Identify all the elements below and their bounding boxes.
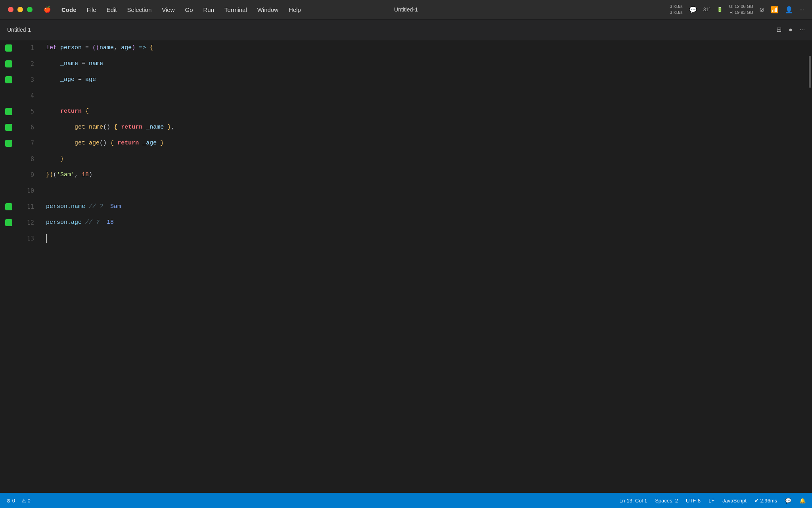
window-title: Untitled-1 [394,6,418,13]
breakpoint-1[interactable] [5,44,12,52]
line-num-3: 3 [17,72,38,88]
more-options-icon[interactable]: ··· [800,26,805,33]
gutter-row-9[interactable] [0,167,17,183]
line-endings[interactable]: LF [709,498,714,504]
statusbar: ⊗ 0 ⚠ 0 Ln 13, Col 1 Spaces: 2 UTF-8 LF … [0,493,812,508]
gutter-row-2[interactable] [0,56,17,72]
gutter-row-5[interactable] [0,104,17,119]
line-num-2: 2 [17,56,38,72]
code-line-10[interactable] [46,183,799,199]
wifi-icon[interactable]: 📶 [771,6,779,13]
statusbar-left: ⊗ 0 ⚠ 0 [6,498,31,504]
breakpoint-2[interactable] [5,60,12,67]
breakpoint-gutter [0,40,17,493]
disk-used: U: 12.06 GB [729,4,753,10]
line-num-13: 13 [17,231,38,246]
do-not-disturb-icon[interactable]: ⊘ [759,6,764,13]
menu-selection[interactable]: Selection [127,6,152,13]
menu-go[interactable]: Go [185,6,193,13]
gutter-row-4[interactable] [0,88,17,104]
breakpoint-6[interactable] [5,124,12,131]
feedback-icon[interactable]: 💬 [785,498,791,504]
line-num-6: 6 [17,119,38,135]
menu-run[interactable]: Run [203,6,214,13]
language-mode[interactable]: JavaScript [722,498,747,504]
disk-free: F: 19.93 GB [730,10,753,15]
user-icon[interactable]: 👤 [785,6,793,13]
code-line-9[interactable]: }) ( 'Sam' , 18 ) [46,167,799,183]
network-info: 3 KB/s 3 KB/s [670,4,682,16]
gutter-row-10[interactable] [0,183,17,199]
error-number: 0 [12,498,15,504]
code-line-4[interactable] [46,88,799,104]
code-editor[interactable]: let person = (( name , age ) => { _name … [38,40,806,493]
code-line-2[interactable]: _name = name [46,56,799,72]
breakpoint-11[interactable] [5,203,12,210]
scrollbar-thumb[interactable] [809,56,811,88]
error-count[interactable]: ⊗ 0 [6,498,15,504]
close-button[interactable] [8,7,13,12]
split-editor-icon[interactable]: ⊞ [776,26,781,33]
menu-view[interactable]: View [162,6,174,13]
line-num-4: 4 [17,88,38,104]
warning-number: 0 [27,498,30,504]
gutter-row-8[interactable] [0,151,17,167]
menu-file[interactable]: File [87,6,96,13]
code-line-1[interactable]: let person = (( name , age ) => { [46,40,799,56]
temperature: 31° [703,7,710,12]
file-encoding[interactable]: UTF-8 [686,498,701,504]
gutter-row-1[interactable] [0,40,17,56]
menu-bar: 🍎 Code File Edit Selection View Go Run T… [44,6,301,13]
warning-count[interactable]: ⚠ 0 [21,498,31,504]
line-num-9: 9 [17,167,38,183]
breakpoint-5[interactable] [5,108,12,115]
line-num-1: 1 [17,40,38,56]
code-line-11[interactable]: person . name // ? Sam [46,199,799,215]
line-num-12: 12 [17,215,38,231]
cursor-position[interactable]: Ln 13, Col 1 [619,498,647,504]
network-up: 3 KB/s [670,4,682,10]
more-icon[interactable]: ··· [799,6,804,13]
statusbar-right: Ln 13, Col 1 Spaces: 2 UTF-8 LF JavaScri… [619,498,806,504]
maximize-button[interactable] [27,7,33,12]
line-num-7: 7 [17,135,38,151]
cursor [46,234,47,243]
code-line-7[interactable]: get age () { return _age } [46,135,799,151]
menu-code[interactable]: Code [61,6,77,13]
editor-header-actions: ⊞ ● ··· [776,26,805,33]
code-line-3[interactable]: _age = age [46,72,799,88]
gutter-row-12[interactable] [0,215,17,231]
breakpoint-12[interactable] [5,219,12,226]
editor-body: 1 2 3 4 5 6 7 8 9 10 11 12 13 let person… [0,40,812,493]
vertical-scrollbar[interactable] [806,40,812,493]
editor-tab[interactable]: Untitled-1 [7,27,31,33]
code-line-13[interactable] [46,231,799,246]
menu-window[interactable]: Window [257,6,278,13]
code-line-6[interactable]: get name () { return _name } , [46,119,799,135]
breakpoint-7[interactable] [5,140,12,147]
gutter-row-6[interactable] [0,119,17,135]
indentation[interactable]: Spaces: 2 [655,498,678,504]
menu-edit[interactable]: Edit [107,6,117,13]
gutter-row-3[interactable] [0,72,17,88]
wechat-icon[interactable]: 💬 [689,6,697,13]
circle-dot-icon[interactable]: ● [789,26,793,33]
notification-bell-icon[interactable]: 🔔 [799,498,806,504]
breakpoint-3[interactable] [5,76,12,83]
traffic-lights [8,7,33,12]
code-line-12[interactable]: person . age // ? 18 [46,215,799,231]
minimize-button[interactable] [17,7,23,12]
menu-help[interactable]: Help [289,6,301,13]
code-line-8[interactable]: } [46,151,799,167]
line-num-8: 8 [17,151,38,167]
code-line-5[interactable]: return { [46,104,799,119]
gutter-row-13[interactable] [0,231,17,246]
editor-header: Untitled-1 ⊞ ● ··· [0,19,812,40]
titlebar: 🍎 Code File Edit Selection View Go Run T… [0,0,812,19]
gutter-row-11[interactable] [0,199,17,215]
menu-terminal[interactable]: Terminal [224,6,247,13]
apple-menu[interactable]: 🍎 [44,6,51,13]
line-numbers: 1 2 3 4 5 6 7 8 9 10 11 12 13 [17,40,38,493]
gutter-row-7[interactable] [0,135,17,151]
line-num-5: 5 [17,104,38,119]
